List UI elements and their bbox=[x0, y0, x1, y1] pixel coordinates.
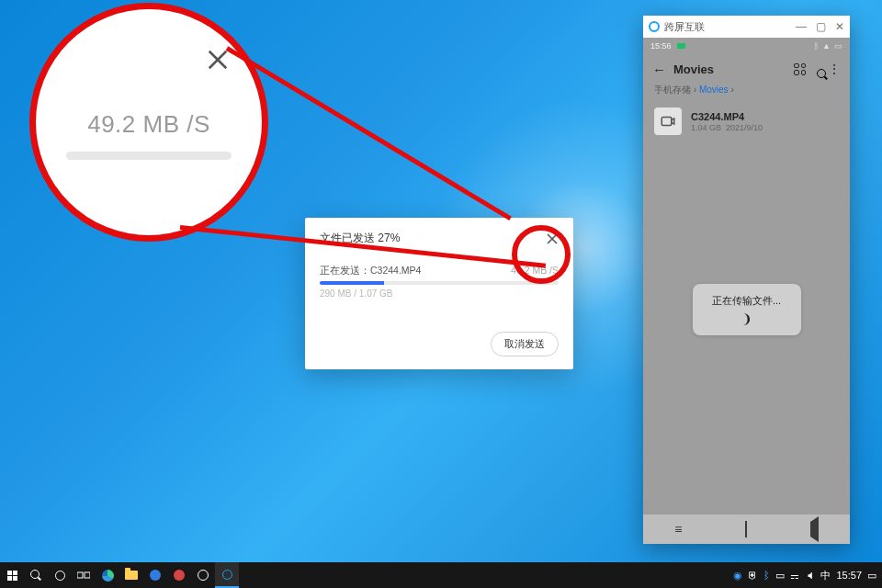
taskbar-search-button[interactable] bbox=[24, 562, 48, 588]
window-titlebar[interactable]: 跨屏互联 — ▢ ✕ bbox=[643, 16, 850, 38]
cross-screen-app-taskbar-icon[interactable] bbox=[215, 562, 239, 588]
cancel-button[interactable]: 取消发送 bbox=[491, 332, 559, 356]
progress-size: 290 MB / 1.07 GB bbox=[320, 288, 559, 299]
bluetooth-icon: ᛒ bbox=[814, 41, 819, 51]
view-grid-icon[interactable] bbox=[794, 63, 806, 75]
taskbar-app-icon[interactable] bbox=[143, 562, 167, 588]
phone-nav-bar: ≡ bbox=[643, 514, 850, 544]
taskbar-app-icon[interactable] bbox=[167, 562, 191, 588]
tray-security-icon[interactable]: ⛨ bbox=[748, 570, 758, 581]
more-menu-icon[interactable]: ⋮ bbox=[828, 62, 841, 76]
tray-bluetooth-icon[interactable]: ᛒ bbox=[763, 570, 770, 581]
magnifier-circle: 49.2 MB /S bbox=[29, 3, 268, 242]
svg-rect-6 bbox=[85, 572, 90, 578]
taskbar[interactable]: ◉ ⛨ ᛒ ▭ ⚎ 🔈︎ 中 15:57 ▭ bbox=[0, 562, 882, 588]
magnified-speed-text: 49.2 MB /S bbox=[87, 110, 210, 139]
svg-rect-2 bbox=[662, 118, 672, 126]
annotation-target-ring bbox=[512, 225, 571, 284]
edge-browser-taskbar-icon[interactable] bbox=[96, 562, 119, 588]
magnified-close-icon bbox=[206, 47, 230, 78]
minimize-button[interactable]: — bbox=[796, 21, 807, 32]
magnifier-annotation: 49.2 MB /S bbox=[29, 3, 268, 242]
phone-back-button[interactable] bbox=[810, 522, 819, 537]
battery-icon bbox=[677, 43, 685, 49]
app-logo-icon bbox=[649, 21, 660, 32]
video-thumbnail-icon bbox=[654, 107, 682, 135]
tray-wifi-icon[interactable]: ⚎ bbox=[790, 570, 799, 582]
phone-recents-button[interactable]: ≡ bbox=[674, 522, 682, 537]
progress-bar-fill bbox=[320, 281, 384, 285]
window-title: 跨屏互联 bbox=[664, 20, 705, 34]
phone-status-bar: 15:56 ᛒ ▲ ▭ bbox=[643, 38, 850, 54]
transfer-toast: 正在传输文件... ❩ bbox=[693, 284, 801, 335]
action-center-icon[interactable]: ▭ bbox=[867, 570, 876, 582]
status-time: 15:56 bbox=[650, 41, 672, 51]
taskbar-clock[interactable]: 15:57 bbox=[836, 570, 862, 581]
spinner-icon: ❩ bbox=[741, 311, 752, 326]
maximize-button[interactable]: ▢ bbox=[816, 21, 826, 32]
start-button[interactable] bbox=[0, 562, 24, 588]
toast-text: 正在传输文件... bbox=[712, 294, 781, 308]
file-explorer-taskbar-icon[interactable] bbox=[119, 562, 143, 588]
tray-battery-icon[interactable]: ▭ bbox=[775, 570, 785, 582]
sending-file-label: 正在发送：C3244.MP4 bbox=[320, 265, 421, 277]
window-close-button[interactable]: ✕ bbox=[835, 21, 844, 32]
progress-bar bbox=[320, 281, 559, 285]
file-row[interactable]: C3244.MP4 1.04 GB 2021/9/10 bbox=[643, 104, 850, 139]
phone-home-button[interactable] bbox=[745, 522, 747, 537]
cortana-button[interactable] bbox=[48, 562, 72, 588]
task-view-button[interactable] bbox=[72, 562, 96, 588]
wifi-icon: ▲ bbox=[822, 41, 831, 51]
phone-companion-window: 跨屏互联 — ▢ ✕ 15:56 ᛒ ▲ ▭ ← Movies ⋮ bbox=[643, 16, 850, 544]
phone-screen: 15:56 ᛒ ▲ ▭ ← Movies ⋮ 手机存储 › Movies › bbox=[643, 38, 850, 544]
svg-rect-5 bbox=[77, 572, 83, 578]
breadcrumb-root[interactable]: 手机存储 bbox=[654, 85, 691, 95]
breadcrumb-leaf[interactable]: Movies bbox=[699, 85, 729, 95]
settings-taskbar-icon[interactable] bbox=[191, 562, 215, 588]
system-tray[interactable]: ◉ ⛨ ᛒ ▭ ⚎ 🔈︎ 中 15:57 ▭ bbox=[733, 569, 882, 582]
breadcrumb[interactable]: 手机存储 › Movies › bbox=[643, 84, 850, 104]
tray-icon[interactable]: ◉ bbox=[733, 570, 742, 582]
folder-title: Movies bbox=[673, 62, 714, 76]
battery-outline-icon: ▭ bbox=[834, 41, 842, 51]
file-browser-header: ← Movies ⋮ bbox=[643, 54, 850, 84]
tray-ime-indicator[interactable]: 中 bbox=[820, 569, 831, 582]
back-button[interactable]: ← bbox=[652, 62, 666, 77]
file-name: C3244.MP4 bbox=[691, 111, 763, 122]
tray-volume-icon[interactable]: 🔈︎ bbox=[805, 570, 815, 581]
file-meta: 1.04 GB 2021/9/10 bbox=[691, 123, 763, 132]
magnified-progress-bar bbox=[66, 152, 232, 160]
